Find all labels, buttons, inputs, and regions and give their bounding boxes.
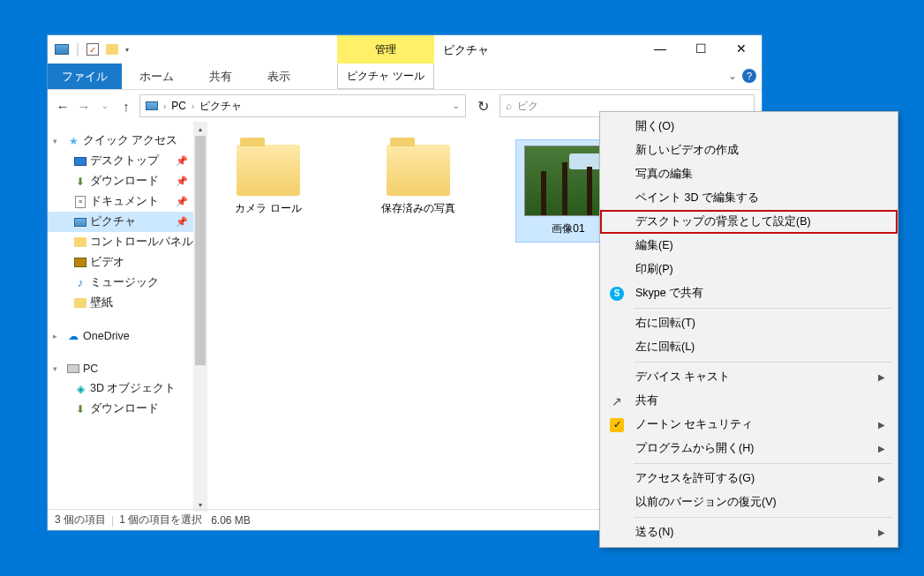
breadcrumb[interactable]: › PC › ピクチャ ⌄ [139,94,466,117]
skype-icon: S [609,286,625,302]
ctx-skype-share[interactable]: S Skype で共有 [600,281,898,305]
submenu-arrow-icon: ▶ [878,474,885,483]
folder-icon [237,145,300,196]
nav-control-panel[interactable]: コントロールパネル [48,232,207,252]
ctx-previous-versions[interactable]: 以前のバージョンの復元(V) [600,490,898,514]
nav-music[interactable]: ♪ ミュージック [48,273,207,293]
quick-access-toolbar: | ✓ ▾ [48,41,129,57]
up-button[interactable]: ↑ [118,99,134,114]
back-button[interactable]: ← [55,99,71,114]
folder-saved-photos[interactable]: 保存済みの写真 [365,139,471,221]
expand-icon[interactable]: ▾ [53,364,64,373]
nav-wallpaper[interactable]: 壁紙 [48,293,207,313]
forward-button[interactable]: → [76,99,92,114]
new-folder-icon[interactable] [106,44,118,55]
ctx-new-video[interactable]: 新しいビデオの作成 [600,138,898,162]
nav-label: クイック アクセス [83,133,177,148]
download-icon: ⬇ [72,176,88,188]
item-label: 保存済みの写真 [381,201,455,216]
window-title: ピクチャ [443,42,489,58]
nav-label: ビデオ [90,255,124,270]
maximize-button[interactable]: ☐ [680,35,721,62]
location-icon [146,101,158,110]
desktop-icon [72,157,88,166]
ctx-separator [634,517,892,518]
submenu-arrow-icon: ▶ [878,444,885,453]
status-item-count: 3 個の項目 [55,512,106,527]
star-icon: ★ [65,135,81,147]
nav-videos[interactable]: ビデオ [48,252,207,273]
tab-view[interactable]: 表示 [250,64,308,89]
document-icon: ≡ [72,196,88,208]
ctx-share[interactable]: ↗ 共有 [600,389,898,413]
ctx-give-access[interactable]: アクセスを許可する(G)▶ [600,467,898,490]
submenu-arrow-icon: ▶ [878,527,885,537]
refresh-button[interactable]: ↻ [471,94,494,117]
cube-icon: ◈ [72,383,88,395]
nav-3d-objects[interactable]: ◈ 3D オブジェクト [48,378,207,399]
ctx-open-with[interactable]: プログラムから開く(H)▶ [600,437,898,460]
pin-icon: 📌 [176,196,188,207]
tab-picture-tools[interactable]: ピクチャ ツール [337,64,434,89]
file-tab[interactable]: ファイル [48,64,122,89]
search-placeholder: ピク [517,99,538,114]
scroll-thumb[interactable] [195,136,206,365]
help-icon[interactable]: ? [742,69,756,83]
qat-dropdown-icon[interactable]: ▾ [125,46,129,54]
ctx-send-to[interactable]: 送る(N)▶ [600,520,898,544]
folder-camera-roll[interactable]: カメラ ロール [215,139,321,221]
nav-label: 壁紙 [90,295,113,310]
picture-viewer-icon [55,44,69,55]
nav-desktop[interactable]: デスクトップ 📌 [48,151,207,171]
ctx-rotate-right[interactable]: 右に回転(T) [600,311,898,335]
ctx-set-desktop-background[interactable]: デスクトップの背景として設定(B) [600,210,898,234]
expand-icon[interactable]: ▸ [53,332,64,340]
nav-pc[interactable]: ▾ PC [48,358,207,378]
breadcrumb-pictures[interactable]: ピクチャ [199,99,242,114]
tab-home[interactable]: ホーム [122,64,192,89]
nav-onedrive[interactable]: ▸ ☁ OneDrive [48,325,207,346]
nav-downloads-pc[interactable]: ⬇ ダウンロード [48,399,207,419]
contextual-tab-manage[interactable]: 管理 [337,35,434,64]
download-icon: ⬇ [72,403,88,415]
nav-downloads[interactable]: ⬇ ダウンロード 📌 [48,171,207,191]
ctx-rotate-left[interactable]: 左に回転(L) [600,335,898,359]
scroll-up-icon[interactable]: ▴ [193,122,207,136]
ctx-print[interactable]: 印刷(P) [600,258,898,281]
nav-quick-access[interactable]: ▾ ★ クイック アクセス [48,131,207,151]
ctx-edit-photo[interactable]: 写真の編集 [600,162,898,186]
window-controls: — ☐ ✕ [640,35,762,62]
folder-icon [72,298,88,308]
ctx-open[interactable]: 開く(O) [600,115,898,138]
ctx-cast-device[interactable]: デバイス キャスト▶ [600,365,898,389]
breadcrumb-sep-icon: › [162,101,168,111]
ribbon-collapse-icon[interactable]: ⌄ [728,70,737,82]
navigation-pane: ▾ ★ クイック アクセス デスクトップ 📌 ⬇ ダウンロード 📌 ≡ ドキュメ… [48,122,208,512]
breadcrumb-pc[interactable]: PC [171,100,186,112]
address-dropdown-icon[interactable]: ⌄ [453,101,460,110]
tab-share[interactable]: 共有 [192,64,250,89]
nav-pictures[interactable]: ピクチャ 📌 [48,212,207,232]
onedrive-icon: ☁ [65,330,81,342]
minimize-button[interactable]: — [640,35,680,62]
nav-label: ドキュメント [90,194,159,209]
nav-documents[interactable]: ≡ ドキュメント 📌 [48,191,207,212]
item-label: 画像01 [552,221,584,236]
nav-label: コントロールパネル [90,235,193,250]
ctx-paint3d[interactable]: ペイント 3D で編集する [600,186,898,210]
pin-icon: 📌 [176,155,188,167]
ctx-edit[interactable]: 編集(E) [600,234,898,258]
picture-icon [72,218,88,227]
close-button[interactable]: ✕ [721,35,762,62]
nav-scrollbar[interactable]: ▴ ▾ [193,122,207,512]
ctx-norton[interactable]: ✓ ノートン セキュリティ▶ [600,413,898,437]
expand-icon[interactable]: ▾ [53,137,64,146]
pin-icon: 📌 [176,176,188,187]
submenu-arrow-icon: ▶ [878,420,885,430]
recent-dropdown-icon[interactable]: ⌄ [97,101,113,110]
share-icon: ↗ [609,393,625,409]
context-menu: 開く(O) 新しいビデオの作成 写真の編集 ペイント 3D で編集する デスクト… [599,111,898,548]
properties-icon[interactable]: ✓ [86,43,99,56]
nav-label: 3D オブジェクト [90,381,176,396]
folder-icon [72,237,88,247]
